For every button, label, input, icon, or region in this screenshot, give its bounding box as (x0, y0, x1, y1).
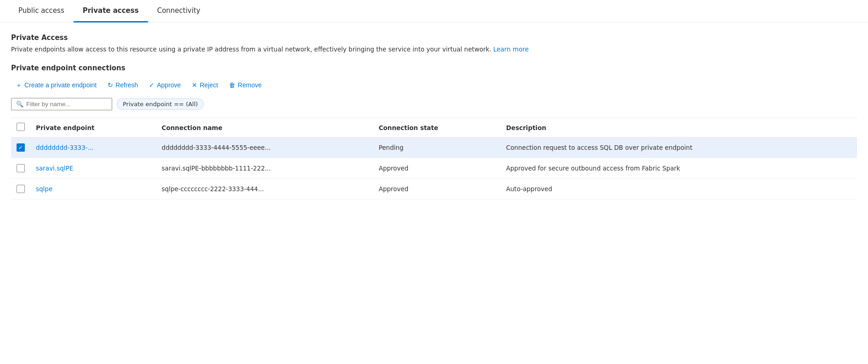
search-icon: 🔍 (16, 101, 23, 108)
table-row[interactable]: sqlpesqlpe-cccccccc-2222-3333-444...Appr… (11, 179, 857, 199)
table-header-row: Private endpoint Connection name Connect… (11, 118, 857, 137)
table-row[interactable]: dddddddd-3333-...dddddddd-3333-4444-5555… (11, 137, 857, 158)
select-all-checkbox[interactable] (17, 123, 25, 131)
approve-button[interactable]: ✓ Approve (144, 79, 185, 91)
tab-connectivity[interactable]: Connectivity (148, 0, 210, 23)
toolbar: ＋ Create a private endpoint ↻ Refresh ✓ … (11, 79, 857, 91)
select-all-header[interactable] (11, 118, 30, 137)
cell-connection-state-2: Approved (373, 179, 501, 199)
filter-input-wrap[interactable]: 🔍 (11, 98, 112, 110)
checkbox-row-0[interactable] (17, 143, 25, 152)
learn-more-link[interactable]: Learn more (493, 46, 529, 53)
section-description: Private endpoints allow access to this r… (11, 45, 857, 54)
plus-icon: ＋ (16, 82, 22, 88)
row-checkbox-2[interactable] (11, 179, 30, 199)
connections-table: Private endpoint Connection name Connect… (11, 118, 857, 199)
cell-connection-state-1: Approved (373, 158, 501, 179)
tab-private-access[interactable]: Private access (74, 0, 148, 23)
main-content: Private Access Private endpoints allow a… (0, 23, 868, 210)
x-icon: ✕ (192, 82, 197, 88)
reject-button[interactable]: ✕ Reject (187, 79, 223, 91)
col-connection-state: Connection state (373, 118, 501, 137)
cell-connection-name-1: saravi.sqlPE-bbbbbbbb-1111-222... (156, 158, 373, 179)
section-title: Private Access (11, 34, 857, 42)
link-private-endpoint-2[interactable]: sqlpe (36, 185, 52, 193)
col-private-endpoint: Private endpoint (30, 118, 156, 137)
link-private-endpoint-0[interactable]: dddddddd-3333-... (36, 144, 94, 151)
cell-description-2: Auto-approved (501, 179, 857, 199)
cell-connection-name-0: dddddddd-3333-4444-5555-eeee... (156, 137, 373, 158)
subsection-title: Private endpoint connections (11, 64, 857, 72)
cell-connection-name-2: sqlpe-cccccccc-2222-3333-444... (156, 179, 373, 199)
cell-private-endpoint-0: dddddddd-3333-... (30, 137, 156, 158)
cell-description-0: Connection request to access SQL DB over… (501, 137, 857, 158)
cell-connection-state-0: Pending (373, 137, 501, 158)
create-endpoint-button[interactable]: ＋ Create a private endpoint (11, 79, 101, 91)
col-description: Description (501, 118, 857, 137)
cell-description-1: Approved for secure outbound access from… (501, 158, 857, 179)
row-checkbox-1[interactable] (11, 158, 30, 179)
row-checkbox-0[interactable] (11, 137, 30, 158)
trash-icon: 🗑 (229, 82, 235, 88)
refresh-icon: ↻ (108, 82, 113, 88)
tab-public-access[interactable]: Public access (9, 0, 74, 23)
cell-private-endpoint-1: saravi.sqlPE (30, 158, 156, 179)
tab-bar: Public access Private access Connectivit… (0, 0, 868, 23)
filter-tag[interactable]: Private endpoint == (All) (117, 98, 204, 110)
refresh-button[interactable]: ↻ Refresh (103, 79, 143, 91)
remove-button[interactable]: 🗑 Remove (224, 79, 266, 91)
table-body: dddddddd-3333-...dddddddd-3333-4444-5555… (11, 137, 857, 199)
col-connection-name: Connection name (156, 118, 373, 137)
filter-input[interactable] (26, 101, 107, 108)
checkbox-row-1[interactable] (17, 164, 25, 172)
link-private-endpoint-1[interactable]: saravi.sqlPE (36, 165, 73, 172)
filter-row: 🔍 Private endpoint == (All) (11, 98, 857, 110)
table-row[interactable]: saravi.sqlPEsaravi.sqlPE-bbbbbbbb-1111-2… (11, 158, 857, 179)
checkbox-row-2[interactable] (17, 185, 25, 193)
table-wrap: Private endpoint Connection name Connect… (11, 118, 857, 199)
check-icon: ✓ (149, 82, 154, 88)
cell-private-endpoint-2: sqlpe (30, 179, 156, 199)
